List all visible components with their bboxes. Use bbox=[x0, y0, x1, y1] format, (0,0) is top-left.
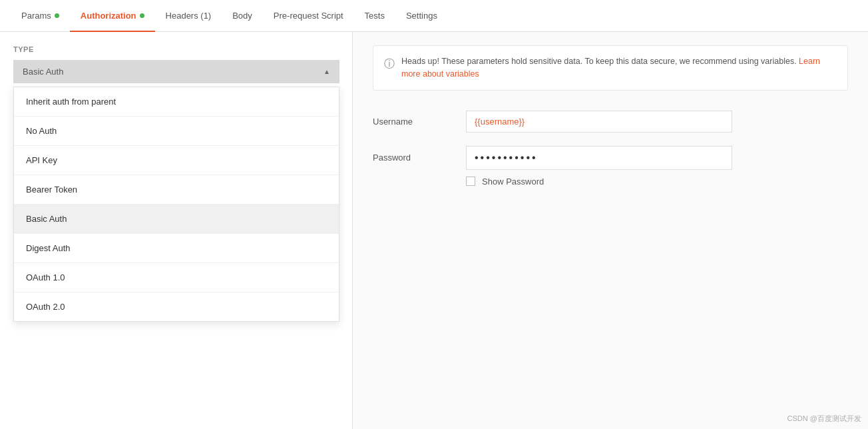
auth-type-dropdown-menu: Inherit auth from parent No Auth API Key… bbox=[13, 87, 339, 322]
tests-tab-label: Tests bbox=[365, 11, 385, 21]
left-panel: TYPE Basic Auth ▲ Inherit auth from pare… bbox=[0, 32, 353, 429]
dropdown-item-oauth1[interactable]: OAuth 1.0 bbox=[14, 263, 339, 292]
dropdown-item-bearer-token[interactable]: Bearer Token bbox=[14, 175, 339, 205]
tab-settings[interactable]: Settings bbox=[395, 0, 448, 32]
show-password-label: Show Password bbox=[482, 177, 544, 187]
username-row: Username bbox=[373, 111, 848, 133]
right-panel: ⓘ Heads up! These parameters hold sensit… bbox=[353, 32, 868, 429]
warning-icon: ⓘ bbox=[384, 56, 395, 72]
username-input[interactable] bbox=[466, 111, 732, 133]
password-label: Password bbox=[373, 153, 453, 163]
dropdown-item-digest-auth[interactable]: Digest Auth bbox=[14, 234, 339, 263]
password-input[interactable] bbox=[466, 146, 732, 170]
authorization-tab-dot bbox=[140, 13, 144, 18]
tab-headers[interactable]: Headers (1) bbox=[155, 0, 222, 32]
warning-banner: ⓘ Heads up! These parameters hold sensit… bbox=[373, 45, 848, 91]
warning-text: Heads up! These parameters hold sensitiv… bbox=[401, 55, 837, 81]
params-tab-dot bbox=[55, 13, 59, 18]
body-tab-label: Body bbox=[232, 11, 252, 21]
tab-params[interactable]: Params bbox=[11, 0, 70, 32]
watermark: CSDN @百度测试开发 bbox=[787, 414, 861, 424]
auth-type-dropdown[interactable]: Basic Auth ▲ bbox=[13, 60, 339, 83]
show-password-checkbox[interactable] bbox=[466, 177, 475, 186]
tab-pre-request-script[interactable]: Pre-request Script bbox=[263, 0, 354, 32]
dropdown-arrow-icon: ▲ bbox=[324, 68, 330, 75]
tab-body[interactable]: Body bbox=[222, 0, 263, 32]
password-row: Password bbox=[373, 146, 848, 170]
dropdown-item-api-key[interactable]: API Key bbox=[14, 146, 339, 175]
tab-tests[interactable]: Tests bbox=[354, 0, 395, 32]
dropdown-item-oauth2[interactable]: OAuth 2.0 bbox=[14, 292, 339, 321]
authorization-tab-label: Authorization bbox=[81, 11, 136, 21]
username-label: Username bbox=[373, 117, 453, 127]
main-content: TYPE Basic Auth ▲ Inherit auth from pare… bbox=[0, 32, 868, 429]
type-label: TYPE bbox=[0, 45, 352, 53]
settings-tab-label: Settings bbox=[406, 11, 437, 21]
tab-bar: Params Authorization Headers (1) Body Pr… bbox=[0, 0, 868, 32]
params-tab-label: Params bbox=[21, 11, 51, 21]
dropdown-item-no-auth[interactable]: No Auth bbox=[14, 117, 339, 146]
selected-auth-type: Basic Auth bbox=[23, 67, 63, 77]
headers-tab-label: Headers (1) bbox=[166, 11, 212, 21]
dropdown-item-inherit[interactable]: Inherit auth from parent bbox=[14, 87, 339, 117]
show-password-row: Show Password bbox=[466, 177, 848, 187]
dropdown-container: Basic Auth ▲ Inherit auth from parent No… bbox=[0, 60, 352, 83]
dropdown-item-basic-auth[interactable]: Basic Auth bbox=[14, 205, 339, 234]
pre-request-tab-label: Pre-request Script bbox=[274, 11, 343, 21]
tab-authorization[interactable]: Authorization bbox=[70, 0, 155, 32]
